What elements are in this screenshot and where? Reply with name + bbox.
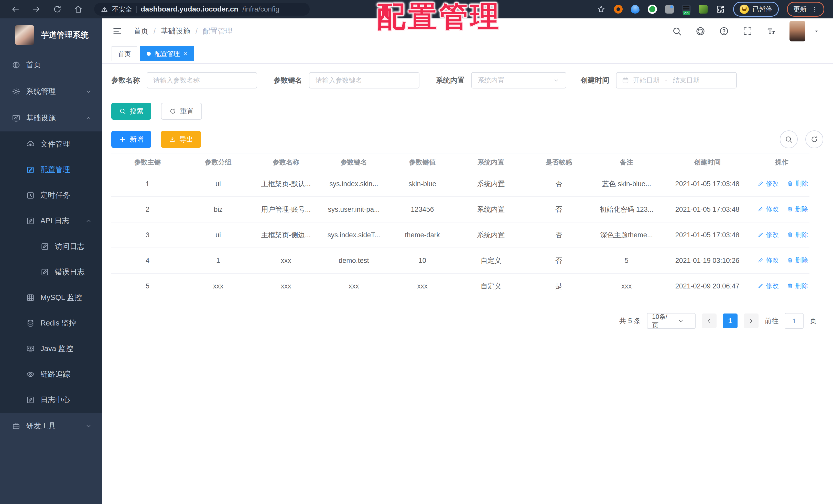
next-page-button[interactable] bbox=[744, 313, 759, 328]
date-end-placeholder: 结束日期 bbox=[673, 76, 700, 85]
sidebar-item[interactable]: 文件管理 bbox=[0, 131, 102, 157]
delete-link[interactable]: 删除 bbox=[787, 230, 808, 239]
green-leaf-extension-icon[interactable] bbox=[699, 5, 708, 14]
breadcrumb-infra[interactable]: 基础设施 bbox=[161, 26, 190, 36]
total-count: 共 5 条 bbox=[619, 316, 641, 326]
blue-pin-extension-icon[interactable] bbox=[631, 5, 640, 14]
filter-type-label: 系统内置 bbox=[436, 75, 465, 85]
sidebar-item[interactable]: MySQL 监控 bbox=[0, 285, 102, 310]
delete-link[interactable]: 删除 bbox=[787, 256, 808, 264]
sidebar-item[interactable]: 错误日志 bbox=[0, 259, 102, 285]
sidebar-item[interactable]: 链路追踪 bbox=[0, 361, 102, 387]
pencil-icon bbox=[758, 282, 764, 289]
trash-icon bbox=[787, 231, 793, 238]
sidebar-item-label: Redis 监控 bbox=[41, 318, 76, 328]
orange-ring-extension-icon[interactable] bbox=[614, 5, 623, 14]
chevron-up-icon bbox=[85, 217, 92, 225]
help-question-icon[interactable] bbox=[719, 26, 729, 36]
prev-page-button[interactable] bbox=[702, 313, 717, 328]
tab-home[interactable]: 首页 bbox=[112, 46, 137, 61]
extensions-puzzle-icon[interactable] bbox=[716, 5, 725, 14]
sidebar-item[interactable]: 配置管理 bbox=[0, 157, 102, 182]
chevron-up-icon bbox=[85, 115, 92, 122]
fontsize-icon[interactable] bbox=[766, 26, 776, 36]
forward-icon[interactable] bbox=[32, 5, 41, 14]
back-icon[interactable] bbox=[11, 5, 20, 14]
download-icon bbox=[169, 136, 176, 143]
magnifier-icon bbox=[785, 135, 793, 144]
caret-down-icon[interactable] bbox=[813, 28, 820, 34]
delete-link[interactable]: 删除 bbox=[787, 205, 808, 213]
toggle-search-button[interactable] bbox=[780, 130, 798, 148]
add-button[interactable]: 新增 bbox=[111, 131, 151, 148]
edit-link[interactable]: 修改 bbox=[758, 281, 779, 290]
dark-on-badge-extension-icon[interactable] bbox=[682, 5, 691, 14]
reload-icon[interactable] bbox=[53, 5, 62, 14]
sidebar-item[interactable]: 基础设施 bbox=[0, 105, 102, 131]
monitor-icon bbox=[12, 114, 21, 123]
page-size-select[interactable]: 10条/页 bbox=[647, 313, 695, 329]
breadcrumb-home[interactable]: 首页 bbox=[134, 26, 148, 36]
edit-link[interactable]: 修改 bbox=[758, 179, 779, 188]
date-range-picker[interactable]: 开始日期 - 结束日期 bbox=[616, 72, 737, 89]
app-logo bbox=[15, 25, 34, 45]
builtin-type-select[interactable]: 系统内置 bbox=[471, 72, 566, 89]
home-icon[interactable] bbox=[74, 5, 83, 14]
gray-tile-extension-icon[interactable] bbox=[665, 5, 674, 14]
github-icon[interactable] bbox=[695, 26, 706, 36]
chevron-down-icon bbox=[85, 88, 92, 95]
bookmark-star-icon[interactable] bbox=[597, 5, 606, 14]
edit-link[interactable]: 修改 bbox=[758, 256, 779, 264]
fullscreen-icon[interactable] bbox=[742, 26, 753, 36]
profile-paused-chip[interactable]: 已暂停 bbox=[733, 2, 779, 17]
param-key-input[interactable] bbox=[309, 72, 420, 89]
search-icon[interactable] bbox=[672, 26, 682, 36]
current-page-button[interactable]: 1 bbox=[723, 313, 738, 328]
trash-icon bbox=[787, 257, 793, 263]
config-table: 参数主键 参数分组 参数名称 参数键名 参数键值 系统内置 是否敏感 备注 创建… bbox=[111, 153, 809, 299]
refresh-table-button[interactable] bbox=[805, 130, 823, 148]
grid-icon bbox=[26, 293, 35, 302]
green-circle-extension-icon[interactable] bbox=[648, 5, 657, 14]
search-button[interactable]: 搜索 bbox=[111, 103, 151, 120]
db-icon bbox=[26, 319, 35, 328]
param-name-input[interactable] bbox=[147, 72, 257, 89]
sidebar-item[interactable]: 访问日志 bbox=[0, 234, 102, 259]
update-label: 更新 bbox=[793, 5, 807, 14]
edit-link[interactable]: 修改 bbox=[758, 205, 779, 213]
sidebar-item[interactable]: 系统管理 bbox=[0, 78, 102, 105]
sidebar-item-label: MySQL 监控 bbox=[41, 293, 82, 303]
not-secure-warning-icon[interactable] bbox=[101, 6, 108, 13]
browser-update-button[interactable]: 更新 bbox=[787, 2, 824, 17]
goto-page-input[interactable] bbox=[785, 313, 804, 329]
url-bar[interactable]: 不安全 dashboard.yudao.iocoder.cn/infra/con… bbox=[94, 3, 310, 16]
user-avatar[interactable] bbox=[789, 21, 805, 42]
export-button[interactable]: 导出 bbox=[161, 131, 201, 148]
sidebar-item[interactable]: Java 监控 bbox=[0, 336, 102, 361]
cloud-icon bbox=[26, 140, 35, 149]
url-path: /infra/config bbox=[242, 5, 280, 13]
search-icon bbox=[119, 108, 126, 115]
sidebar-item[interactable]: 首页 bbox=[0, 52, 102, 78]
delete-link[interactable]: 删除 bbox=[787, 179, 808, 188]
kebab-menu-icon[interactable] bbox=[811, 6, 818, 12]
tab-close-icon[interactable]: × bbox=[184, 50, 187, 57]
sidebar-item[interactable]: 研发工具 bbox=[0, 413, 102, 439]
app-logo-row[interactable]: 芋道管理系统 bbox=[0, 19, 102, 52]
reset-button[interactable]: 重置 bbox=[161, 103, 202, 120]
table-settings bbox=[780, 130, 823, 148]
sidebar-collapse-icon[interactable] bbox=[112, 26, 122, 36]
breadcrumb-current: 配置管理 bbox=[203, 26, 232, 36]
sidebar-item[interactable]: 日志中心 bbox=[0, 387, 102, 413]
pencil-icon bbox=[758, 206, 764, 212]
sidebar-item[interactable]: Redis 监控 bbox=[0, 310, 102, 336]
tab-config[interactable]: 配置管理 × bbox=[140, 46, 194, 61]
url-host: dashboard.yudao.iocoder.cn bbox=[141, 5, 238, 13]
goto-label: 前往 bbox=[765, 316, 779, 326]
browser-extensions-area: 已暂停 更新 bbox=[597, 2, 833, 17]
sidebar-item[interactable]: API 日志 bbox=[0, 208, 102, 234]
sidebar-item[interactable]: 定时任务 bbox=[0, 182, 102, 208]
delete-link[interactable]: 删除 bbox=[787, 281, 808, 290]
sidebar-item-label: 定时任务 bbox=[41, 190, 70, 200]
edit-link[interactable]: 修改 bbox=[758, 230, 779, 239]
